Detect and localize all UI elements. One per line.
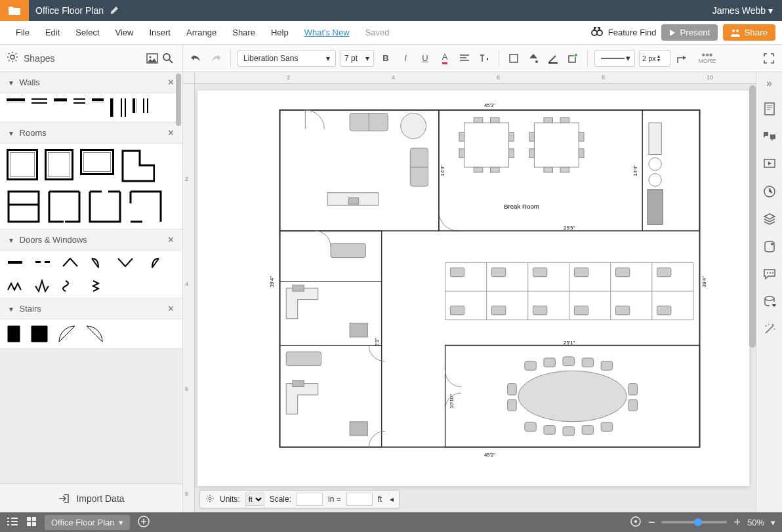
door-shape[interactable]: [89, 256, 106, 269]
zoom-thumb[interactable]: [694, 518, 702, 526]
scale-from-input[interactable]: [297, 493, 323, 506]
present-button[interactable]: Present: [661, 24, 718, 41]
add-page-icon[interactable]: [138, 516, 150, 529]
wall-shape[interactable]: [121, 98, 126, 117]
line-width-select[interactable]: 2 px▴▾: [639, 50, 670, 67]
menu-select[interactable]: Select: [69, 24, 106, 41]
fill-icon[interactable]: [525, 51, 541, 66]
menu-edit[interactable]: Edit: [39, 24, 66, 41]
door-shape[interactable]: [7, 279, 24, 293]
gear-icon[interactable]: [205, 494, 215, 505]
room-shape[interactable]: [7, 190, 41, 224]
menu-view[interactable]: View: [109, 24, 140, 41]
collapse-icon[interactable]: ◂: [387, 495, 394, 504]
room-shape[interactable]: [80, 149, 114, 175]
folder-icon[interactable]: [0, 0, 29, 21]
font-select[interactable]: Liberation Sans▾: [237, 50, 336, 67]
italic-icon[interactable]: I: [398, 51, 413, 66]
door-shape[interactable]: [34, 279, 51, 293]
redo-icon[interactable]: [208, 51, 224, 66]
zoom-slider[interactable]: [661, 521, 727, 523]
pencil-icon[interactable]: [110, 5, 119, 16]
layers-icon[interactable]: [762, 211, 777, 227]
room-shape[interactable]: [45, 149, 73, 180]
wall-shape[interactable]: [133, 98, 136, 113]
sidebar-scrollbar[interactable]: [176, 73, 181, 126]
zoom-out-icon[interactable]: −: [648, 516, 655, 529]
canvas-scrollbar[interactable]: [749, 85, 756, 348]
menu-file[interactable]: File: [9, 24, 36, 41]
share-button[interactable]: Share: [723, 24, 775, 41]
menu-help[interactable]: Help: [264, 24, 295, 41]
menu-whats-new[interactable]: What's New: [298, 24, 356, 41]
room-shape[interactable]: [88, 190, 122, 224]
wall-shape[interactable]: [110, 98, 114, 117]
canvas-page[interactable]: Break Room 45'3" 45'2" 39'4" 39'4" 25'5"…: [197, 91, 749, 486]
scale-to-input[interactable]: [346, 493, 373, 506]
image-icon[interactable]: [144, 51, 160, 66]
list-view-icon[interactable]: [7, 517, 18, 528]
door-shape[interactable]: [117, 256, 134, 269]
shape-options-icon[interactable]: [565, 51, 581, 66]
binoculars-icon[interactable]: [591, 27, 603, 38]
line-color-icon[interactable]: [545, 51, 561, 66]
close-icon[interactable]: ✕: [167, 235, 175, 245]
undo-icon[interactable]: [188, 51, 204, 66]
user-menu[interactable]: James Webb ▾: [703, 5, 782, 16]
door-shape[interactable]: [62, 256, 79, 269]
stair-shape[interactable]: [7, 325, 21, 343]
document-title[interactable]: Office Floor Plan: [29, 5, 110, 16]
room-shape[interactable]: [121, 149, 155, 183]
page-tab[interactable]: Office Floor Plan ▾: [45, 515, 130, 530]
fullscreen-icon[interactable]: [761, 51, 777, 66]
database-icon[interactable]: [762, 294, 777, 310]
gear-icon[interactable]: [7, 51, 18, 65]
stencil-header-walls[interactable]: ▼ Walls ✕: [0, 72, 182, 93]
menu-arrange[interactable]: Arrange: [180, 24, 223, 41]
search-icon[interactable]: [160, 51, 176, 66]
room-shape[interactable]: [7, 149, 38, 180]
wall-shape[interactable]: [143, 98, 148, 113]
align-icon[interactable]: [457, 51, 472, 66]
wall-shape[interactable]: [92, 98, 104, 102]
room-shape[interactable]: [129, 190, 163, 224]
import-data-button[interactable]: Import Data: [0, 483, 182, 512]
wall-shape[interactable]: [7, 98, 25, 102]
line-style-select[interactable]: ▾: [594, 50, 635, 67]
stencil-header-rooms[interactable]: ▼ Rooms ✕: [0, 123, 182, 144]
stair-shape[interactable]: [30, 325, 49, 343]
canvas-area[interactable]: 2 4 6 8 10 2 4 6 8: [183, 72, 756, 512]
magic-icon[interactable]: [762, 321, 777, 337]
more-button[interactable]: •••MORE: [694, 52, 720, 64]
grid-view-icon[interactable]: [26, 516, 37, 529]
close-icon[interactable]: ✕: [167, 128, 175, 138]
stair-shape[interactable]: [85, 325, 104, 343]
door-shape[interactable]: [34, 256, 51, 269]
text-color-icon[interactable]: A: [437, 51, 453, 66]
data-icon[interactable]: [762, 239, 777, 255]
menu-share[interactable]: Share: [226, 24, 262, 41]
bold-icon[interactable]: B: [378, 51, 394, 66]
door-shape[interactable]: [62, 279, 79, 293]
target-icon[interactable]: [630, 516, 642, 529]
door-shape[interactable]: [7, 256, 24, 269]
wall-shape[interactable]: [54, 98, 67, 102]
wall-shape[interactable]: [31, 98, 47, 104]
stair-shape[interactable]: [58, 325, 76, 343]
room-shape[interactable]: [47, 190, 81, 224]
page-settings-icon[interactable]: [762, 101, 777, 117]
zoom-in-icon[interactable]: +: [733, 516, 741, 529]
zoom-level[interactable]: 50%: [747, 518, 764, 527]
menu-insert[interactable]: Insert: [142, 24, 177, 41]
underline-icon[interactable]: U: [417, 51, 433, 66]
units-select[interactable]: ft: [245, 493, 264, 506]
stencil-header-doors[interactable]: ▼ Doors & Windows ✕: [0, 230, 182, 251]
close-icon[interactable]: ✕: [167, 77, 175, 87]
text-options-icon[interactable]: [476, 51, 492, 66]
stencil-header-stairs[interactable]: ▼ Stairs ✕: [0, 298, 182, 319]
floorplan-drawing[interactable]: Break Room 45'3" 45'2" 39'4" 39'4" 25'5"…: [250, 104, 730, 460]
close-icon[interactable]: ✕: [167, 304, 175, 314]
door-shape[interactable]: [89, 279, 106, 293]
door-shape[interactable]: [144, 256, 161, 269]
presentation-icon[interactable]: [762, 156, 777, 172]
